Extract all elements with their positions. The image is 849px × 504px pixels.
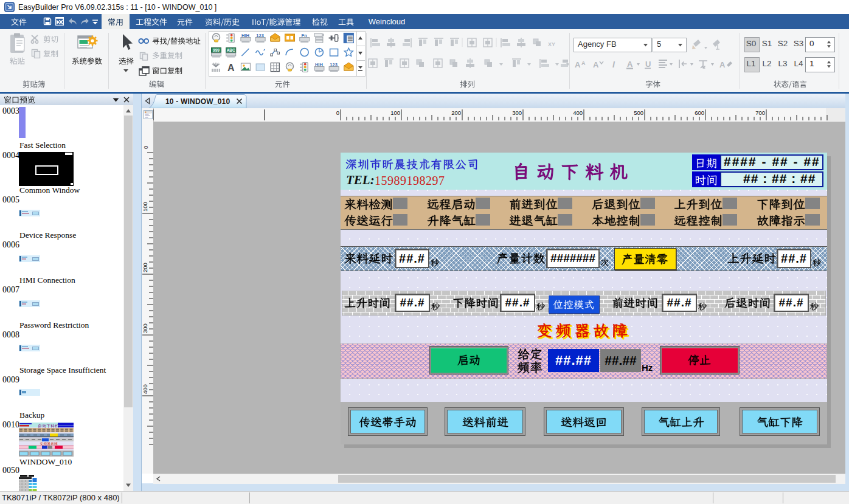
svg-text:700: 700 [755,109,765,116]
svg-text:300: 300 [142,323,148,333]
svg-text:I: I [612,60,615,69]
svg-text:200: 200 [451,109,461,116]
svg-text:A: A [593,60,599,69]
svg-text:A: A [575,60,581,69]
svg-text:0: 0 [142,146,149,149]
svg-text:ABC: ABC [227,48,235,52]
svg-text:A: A [719,60,726,69]
svg-text:XY: XY [548,41,555,47]
svg-text:A: A [627,60,633,69]
svg-text:600: 600 [695,109,704,116]
svg-text:400: 400 [142,384,148,394]
svg-text:300: 300 [512,109,522,116]
svg-text:A: A [227,63,235,73]
svg-text:500: 500 [634,109,643,116]
svg-text:400: 400 [573,109,583,116]
svg-text:A: A [581,60,586,66]
svg-text:100: 100 [142,202,148,212]
svg-text:U: U [645,60,651,69]
svg-text:100: 100 [390,109,400,116]
svg-text:0: 0 [336,109,339,116]
svg-text:999: 999 [213,48,220,52]
svg-text:200: 200 [142,263,148,272]
